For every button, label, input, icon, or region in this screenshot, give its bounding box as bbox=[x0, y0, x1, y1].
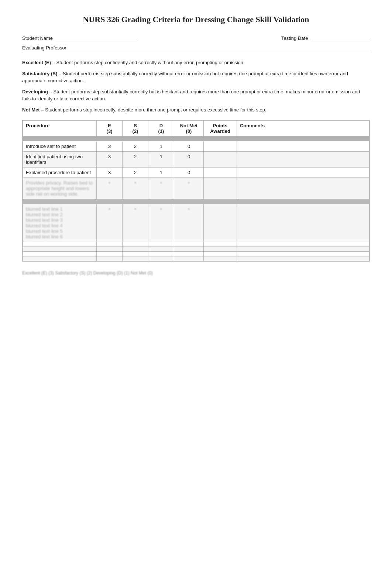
cell-d: 1 bbox=[148, 141, 174, 152]
cell-s: 2 bbox=[123, 168, 148, 178]
col-header-d: D (1) bbox=[148, 121, 174, 137]
cell-comments[interactable] bbox=[237, 247, 369, 252]
cell-points[interactable] bbox=[204, 168, 237, 178]
table-row: Identified patient using two identifiers… bbox=[23, 152, 369, 168]
cell-procedure bbox=[23, 242, 97, 247]
cell-nm bbox=[174, 256, 204, 261]
cell-points[interactable] bbox=[204, 204, 237, 242]
cell-d bbox=[148, 252, 174, 256]
cell-procedure bbox=[23, 199, 97, 204]
description-satisfactory: Satisfactory (S) – Student performs step… bbox=[22, 70, 370, 84]
cell-nm: 0 bbox=[174, 168, 204, 178]
table-row bbox=[23, 247, 369, 252]
description-excellent: Excellent (E) – Student performs step co… bbox=[22, 59, 370, 66]
satisfactory-label: Satisfactory (S) – bbox=[22, 71, 61, 76]
cell-points[interactable] bbox=[204, 199, 237, 204]
testing-date-field[interactable] bbox=[311, 35, 370, 41]
cell-points[interactable] bbox=[204, 178, 237, 199]
table-row bbox=[23, 199, 369, 204]
page-title: NURS 326 Grading Criteria for Dressing C… bbox=[22, 15, 370, 24]
cell-nm bbox=[174, 242, 204, 247]
cell-s: 2 bbox=[123, 141, 148, 152]
table-row: Provides privacy. Raises bed to appropri… bbox=[23, 178, 369, 199]
cell-comments[interactable] bbox=[237, 256, 369, 261]
description-not-met: Not Met – Student performs step incorrec… bbox=[22, 106, 370, 114]
cell-points[interactable] bbox=[204, 247, 237, 252]
cell-e: 3 bbox=[97, 168, 123, 178]
footer-note: Excellent (E) (3) Satisfactory (S) (2) D… bbox=[22, 270, 370, 276]
cell-e: • bbox=[97, 178, 123, 199]
testing-date-label: Testing Date bbox=[281, 35, 308, 41]
col-header-s: S (2) bbox=[123, 121, 148, 137]
form-divider bbox=[22, 53, 370, 53]
cell-procedure: Provides privacy. Raises bed to appropri… bbox=[23, 178, 97, 199]
description-developing: Developing – Student performs step subst… bbox=[22, 88, 370, 103]
cell-comments[interactable] bbox=[237, 141, 369, 152]
table-row bbox=[23, 252, 369, 256]
grading-table: Procedure E (3) S (2) D (1) Not Met (0) bbox=[23, 120, 369, 261]
cell-s bbox=[123, 252, 148, 256]
grading-table-wrapper: Procedure E (3) S (2) D (1) Not Met (0) bbox=[22, 120, 370, 262]
cell-s bbox=[123, 199, 148, 204]
cell-d bbox=[148, 256, 174, 261]
cell-procedure bbox=[23, 256, 97, 261]
evaluating-professor-label: Evaluating Professor bbox=[22, 45, 66, 51]
cell-procedure: blurred text line 1 blurred text line 2 … bbox=[23, 204, 97, 242]
table-highlight-row bbox=[23, 137, 369, 141]
cell-nm: 0 bbox=[174, 141, 204, 152]
table-row: Introduce self to patient3210 bbox=[23, 141, 369, 152]
cell-s: 2 bbox=[123, 152, 148, 168]
col-header-not-met: Not Met (0) bbox=[174, 121, 204, 137]
cell-e bbox=[97, 242, 123, 247]
cell-d: 1 bbox=[148, 152, 174, 168]
cell-d: • bbox=[148, 204, 174, 242]
cell-points[interactable] bbox=[204, 256, 237, 261]
cell-d: • bbox=[148, 178, 174, 199]
cell-points[interactable] bbox=[204, 152, 237, 168]
cell-nm: 0 bbox=[174, 152, 204, 168]
cell-e bbox=[97, 247, 123, 252]
cell-d bbox=[148, 199, 174, 204]
cell-d bbox=[148, 247, 174, 252]
col-header-points: Points Awarded bbox=[204, 121, 237, 137]
cell-comments[interactable] bbox=[237, 199, 369, 204]
cell-procedure bbox=[23, 247, 97, 252]
cell-s: • bbox=[123, 178, 148, 199]
table-row bbox=[23, 242, 369, 247]
cell-e bbox=[97, 199, 123, 204]
cell-procedure: Explained procedure to patient bbox=[23, 168, 97, 178]
cell-comments[interactable] bbox=[237, 152, 369, 168]
cell-nm bbox=[174, 247, 204, 252]
table-row: Explained procedure to patient3210 bbox=[23, 168, 369, 178]
table-row bbox=[23, 256, 369, 261]
cell-points[interactable] bbox=[204, 242, 237, 247]
cell-points[interactable] bbox=[204, 252, 237, 256]
col-header-procedure: Procedure bbox=[23, 121, 97, 137]
cell-points[interactable] bbox=[204, 141, 237, 152]
cell-e: • bbox=[97, 204, 123, 242]
student-name-field[interactable] bbox=[56, 35, 137, 41]
table-body: Introduce self to patient3210Identified … bbox=[23, 141, 369, 261]
cell-nm bbox=[174, 199, 204, 204]
cell-nm: • bbox=[174, 204, 204, 242]
col-header-e: E (3) bbox=[97, 121, 123, 137]
cell-comments[interactable] bbox=[237, 252, 369, 256]
table-row: blurred text line 1 blurred text line 2 … bbox=[23, 204, 369, 242]
cell-s bbox=[123, 247, 148, 252]
cell-comments[interactable] bbox=[237, 204, 369, 242]
cell-e: 3 bbox=[97, 152, 123, 168]
cell-comments[interactable] bbox=[237, 242, 369, 247]
cell-s bbox=[123, 256, 148, 261]
cell-e: 3 bbox=[97, 141, 123, 152]
cell-comments[interactable] bbox=[237, 178, 369, 199]
cell-e bbox=[97, 252, 123, 256]
developing-label: Developing – bbox=[22, 89, 52, 94]
cell-d bbox=[148, 242, 174, 247]
cell-nm: • bbox=[174, 178, 204, 199]
col-header-comments: Comments bbox=[237, 121, 369, 137]
cell-nm bbox=[174, 252, 204, 256]
table-header-row: Procedure E (3) S (2) D (1) Not Met (0) bbox=[23, 121, 369, 137]
excellent-label: Excellent (E) – bbox=[22, 60, 55, 65]
cell-comments[interactable] bbox=[237, 168, 369, 178]
cell-procedure bbox=[23, 252, 97, 256]
